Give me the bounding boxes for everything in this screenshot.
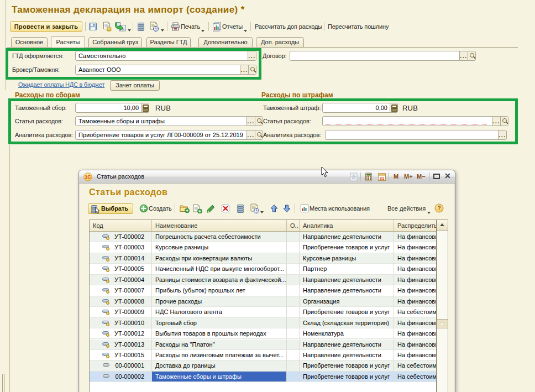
svg-text:1С: 1С bbox=[85, 174, 91, 180]
svg-text:31: 31 bbox=[380, 176, 384, 181]
svg-text:?: ? bbox=[437, 205, 440, 211]
